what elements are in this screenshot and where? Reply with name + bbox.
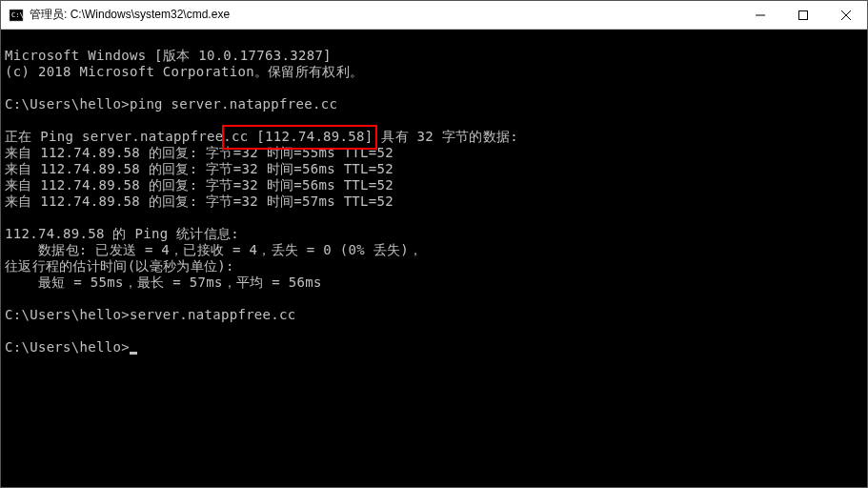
copyright-line: (c) 2018 Microsoft Corporation。保留所有权利。 <box>5 64 363 79</box>
close-button[interactable] <box>824 1 867 29</box>
ping-reply: 来自 112.74.89.58 的回复: 字节=32 时间=56ms TTL=5… <box>5 161 394 176</box>
svg-rect-3 <box>798 10 807 19</box>
window-title: 管理员: C:\Windows\system32\cmd.exe <box>30 7 738 23</box>
ping-reply: 来自 112.74.89.58 的回复: 字节=32 时间=56ms TTL=5… <box>5 177 394 193</box>
terminal-area[interactable]: Microsoft Windows [版本 10.0.17763.3287] (… <box>1 30 867 487</box>
packets-line: 数据包: 已发送 = 4，已接收 = 4，丢失 = 0 (0% 丢失)， <box>5 242 422 257</box>
rtt-line: 最短 = 55ms，最长 = 57ms，平均 = 56ms <box>5 274 322 290</box>
svg-text:C:\: C:\ <box>11 11 24 19</box>
ping-header: 正在 Ping server.natappfree.cc [112.74.89.… <box>5 129 518 144</box>
ping-reply: 来自 112.74.89.58 的回复: 字节=32 时间=55ms TTL=5… <box>5 145 394 160</box>
prompt-line: C:\Users\hello>ping server.natappfree.cc <box>5 96 337 112</box>
stats-header: 112.74.89.58 的 Ping 统计信息: <box>5 226 239 241</box>
version-line: Microsoft Windows [版本 10.0.17763.3287] <box>5 48 332 63</box>
rtt-header: 往返行程的估计时间(以毫秒为单位): <box>5 258 234 274</box>
cmd-icon: C:\ <box>9 8 24 23</box>
minimize-button[interactable] <box>738 1 781 29</box>
cursor <box>130 352 137 355</box>
titlebar[interactable]: C:\ 管理员: C:\Windows\system32\cmd.exe <box>1 1 867 30</box>
ping-reply: 来自 112.74.89.58 的回复: 字节=32 时间=57ms TTL=5… <box>5 193 394 209</box>
maximize-button[interactable] <box>781 1 824 29</box>
prompt-line: C:\Users\hello> <box>5 339 130 355</box>
window-controls <box>738 1 867 29</box>
prompt-line: C:\Users\hello>server.natappfree.cc <box>5 307 296 322</box>
